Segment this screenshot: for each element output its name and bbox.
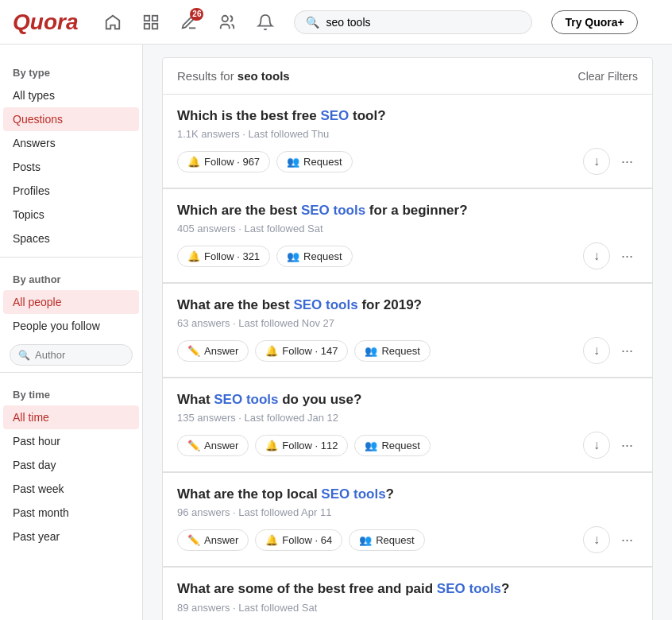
follow-icon-4: 🔔 bbox=[265, 440, 278, 451]
question-meta-5: 96 answers · Last followed Apr 11 bbox=[177, 506, 638, 518]
sidebar-item-all-time[interactable]: All time bbox=[3, 405, 139, 429]
follow-label-2: Follow · 321 bbox=[204, 250, 260, 262]
follow-button-2[interactable]: 🔔Follow · 321 bbox=[177, 246, 270, 267]
action-row-4: ✏️Answer🔔Follow · 112👥Request↓··· bbox=[177, 432, 638, 459]
more-options-button-3[interactable]: ··· bbox=[616, 339, 638, 362]
sidebar-item-past-year[interactable]: Past year bbox=[0, 525, 142, 548]
sidebar-divider-2 bbox=[0, 372, 142, 373]
sidebar-item-profiles[interactable]: Profiles bbox=[0, 179, 142, 203]
try-plus-button[interactable]: Try Quora+ bbox=[551, 10, 637, 34]
svg-rect-3 bbox=[153, 23, 157, 28]
follow-button-5[interactable]: 🔔Follow · 64 bbox=[255, 529, 342, 551]
more-icon-4: ··· bbox=[621, 437, 633, 453]
answer-icon-5: ✏️ bbox=[187, 534, 200, 546]
search-bar[interactable]: 🔍 bbox=[294, 10, 532, 34]
sidebar-item-answers[interactable]: Answers bbox=[0, 131, 142, 155]
action-row-1: 🔔Follow · 967👥Request↓··· bbox=[177, 148, 638, 175]
question-meta-4: 135 answers · Last followed Jan 12 bbox=[177, 412, 638, 424]
author-search-input[interactable] bbox=[35, 349, 124, 361]
sidebar-item-people-you-follow[interactable]: People you follow bbox=[0, 314, 142, 338]
request-icon-2: 👥 bbox=[287, 250, 299, 262]
downvote-button-3[interactable]: ↓ bbox=[583, 337, 610, 364]
result-card-1: Which is the best free SEO tool?1.1K ans… bbox=[162, 95, 653, 188]
request-button-2[interactable]: 👥Request bbox=[276, 246, 352, 267]
result-card-3: What are the best SEO tools for 2019?63 … bbox=[162, 283, 653, 378]
logo: Quora bbox=[13, 10, 78, 35]
answer-icon-4: ✏️ bbox=[187, 440, 200, 451]
answer-button-3[interactable]: ✏️Answer bbox=[177, 340, 249, 362]
request-button-1[interactable]: 👥Request bbox=[276, 151, 352, 172]
follow-icon-2: 🔔 bbox=[187, 250, 200, 262]
request-button-3[interactable]: 👥Request bbox=[354, 340, 430, 362]
home-icon-btn[interactable] bbox=[97, 6, 129, 38]
community-icon-btn[interactable] bbox=[211, 6, 243, 38]
downvote-button-1[interactable]: ↓ bbox=[583, 148, 610, 175]
request-icon-1: 👥 bbox=[287, 156, 299, 168]
by-time-section-title: By time bbox=[0, 379, 142, 405]
request-icon-4: 👥 bbox=[365, 440, 377, 451]
sidebar: By type All types Questions Answers Post… bbox=[0, 45, 143, 620]
follow-button-3[interactable]: 🔔Follow · 147 bbox=[255, 340, 348, 362]
result-card-6: What are some of the best free and paid … bbox=[162, 567, 653, 620]
answer-button-5[interactable]: ✏️Answer bbox=[177, 529, 249, 551]
downvote-button-5[interactable]: ↓ bbox=[583, 526, 610, 553]
sidebar-item-past-week[interactable]: Past week bbox=[0, 477, 142, 501]
svg-rect-0 bbox=[145, 15, 149, 20]
more-options-button-1[interactable]: ··· bbox=[616, 150, 638, 173]
question-title-4[interactable]: What SEO tools do you use? bbox=[177, 391, 638, 409]
more-icon-3: ··· bbox=[621, 343, 633, 358]
sidebar-item-past-hour[interactable]: Past hour bbox=[0, 429, 142, 453]
request-label-2: Request bbox=[303, 250, 342, 262]
results-query: seo tools bbox=[238, 69, 290, 83]
search-input[interactable] bbox=[326, 16, 520, 29]
svg-rect-2 bbox=[145, 23, 149, 28]
question-title-6[interactable]: What are some of the best free and paid … bbox=[177, 580, 638, 598]
downvote-icon-4: ↓ bbox=[593, 438, 600, 452]
sidebar-item-posts[interactable]: Posts bbox=[0, 155, 142, 179]
more-icon-2: ··· bbox=[621, 248, 633, 264]
request-label-5: Request bbox=[376, 534, 414, 546]
write-icon-btn[interactable]: 26 bbox=[173, 6, 205, 38]
question-meta-2: 405 answers · Last followed Sat bbox=[177, 223, 638, 234]
more-options-button-4[interactable]: ··· bbox=[616, 434, 638, 457]
action-row-2: 🔔Follow · 321👥Request↓··· bbox=[177, 242, 638, 269]
more-options-button-5[interactable]: ··· bbox=[616, 529, 638, 552]
request-button-4[interactable]: 👥Request bbox=[354, 435, 430, 456]
by-type-section-title: By type bbox=[0, 57, 142, 83]
more-icon-5: ··· bbox=[621, 532, 633, 548]
sidebar-divider-1 bbox=[0, 257, 142, 258]
sidebar-item-spaces[interactable]: Spaces bbox=[0, 227, 142, 250]
sidebar-item-past-month[interactable]: Past month bbox=[0, 501, 142, 525]
answer-label-3: Answer bbox=[204, 345, 238, 357]
sidebar-item-past-day[interactable]: Past day bbox=[0, 453, 142, 477]
question-title-5[interactable]: What are the top local SEO tools? bbox=[177, 486, 638, 503]
follow-button-1[interactable]: 🔔Follow · 967 bbox=[177, 151, 270, 172]
svg-rect-1 bbox=[153, 15, 157, 20]
request-button-5[interactable]: 👥Request bbox=[349, 529, 424, 551]
follow-icon-5: 🔔 bbox=[265, 534, 278, 546]
follow-button-4[interactable]: 🔔Follow · 112 bbox=[255, 435, 348, 456]
sidebar-item-questions[interactable]: Questions bbox=[3, 107, 139, 131]
question-title-1[interactable]: Which is the best free SEO tool? bbox=[177, 107, 638, 125]
answer-label-5: Answer bbox=[204, 534, 238, 546]
sidebar-item-topics[interactable]: Topics bbox=[0, 203, 142, 227]
request-label-1: Request bbox=[303, 156, 342, 168]
downvote-button-4[interactable]: ↓ bbox=[583, 432, 610, 459]
answer-button-4[interactable]: ✏️Answer bbox=[177, 435, 249, 456]
downvote-icon-5: ↓ bbox=[593, 533, 600, 547]
more-options-button-2[interactable]: ··· bbox=[616, 245, 638, 268]
author-search-box[interactable]: 🔍 bbox=[10, 344, 133, 366]
follow-label-4: Follow · 112 bbox=[282, 440, 338, 451]
question-title-2[interactable]: Which are the best SEO tools for a begin… bbox=[177, 202, 638, 219]
main-content: Results for seo tools Clear Filters Whic… bbox=[143, 45, 672, 620]
notifications-icon-btn[interactable] bbox=[249, 6, 281, 38]
sidebar-item-all-people[interactable]: All people bbox=[3, 290, 139, 314]
feed-icon-btn[interactable] bbox=[135, 6, 167, 38]
downvote-button-2[interactable]: ↓ bbox=[583, 242, 610, 269]
action-row-3: ✏️Answer🔔Follow · 147👥Request↓··· bbox=[177, 337, 638, 364]
clear-filters-button[interactable]: Clear Filters bbox=[578, 70, 638, 83]
question-title-3[interactable]: What are the best SEO tools for 2019? bbox=[177, 296, 638, 314]
sidebar-item-all-types[interactable]: All types bbox=[0, 83, 142, 107]
downvote-icon-3: ↓ bbox=[593, 343, 600, 358]
request-label-4: Request bbox=[381, 440, 419, 451]
